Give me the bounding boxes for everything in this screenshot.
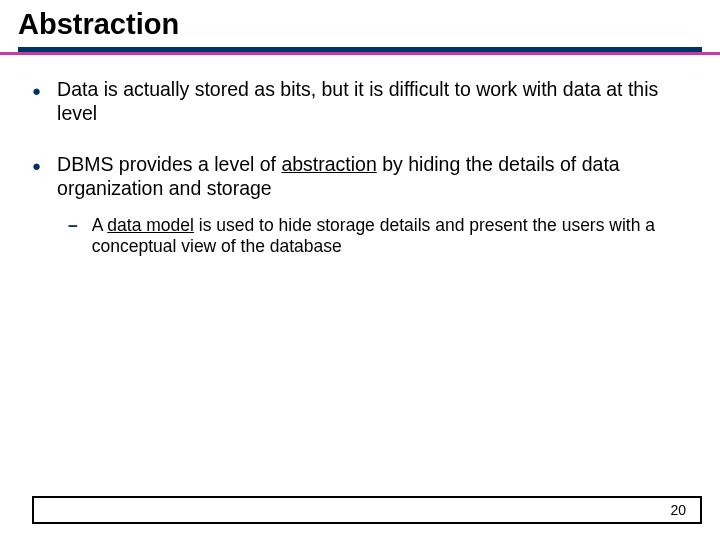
footer-box: 20 [32, 496, 702, 524]
list-item: ● Data is actually stored as bits, but i… [32, 77, 688, 126]
bullet-text: DBMS provides a level of abstraction by … [57, 152, 688, 201]
bullet-icon: ● [32, 77, 57, 98]
bullet-text: Data is actually stored as bits, but it … [57, 77, 688, 126]
underlined-term: abstraction [281, 153, 376, 175]
dash-icon: – [68, 215, 92, 237]
title-rule [0, 47, 720, 55]
page-number: 20 [670, 502, 686, 518]
slide-title: Abstraction [0, 0, 720, 41]
underlined-term: data model [107, 215, 194, 235]
sub-text: A data model is used to hide storage det… [92, 215, 688, 259]
slide-content: ● Data is actually stored as bits, but i… [0, 55, 720, 258]
list-item: ● DBMS provides a level of abstraction b… [32, 152, 688, 201]
bullet-icon: ● [32, 152, 57, 173]
sub-list-item: – A data model is used to hide storage d… [68, 215, 688, 259]
